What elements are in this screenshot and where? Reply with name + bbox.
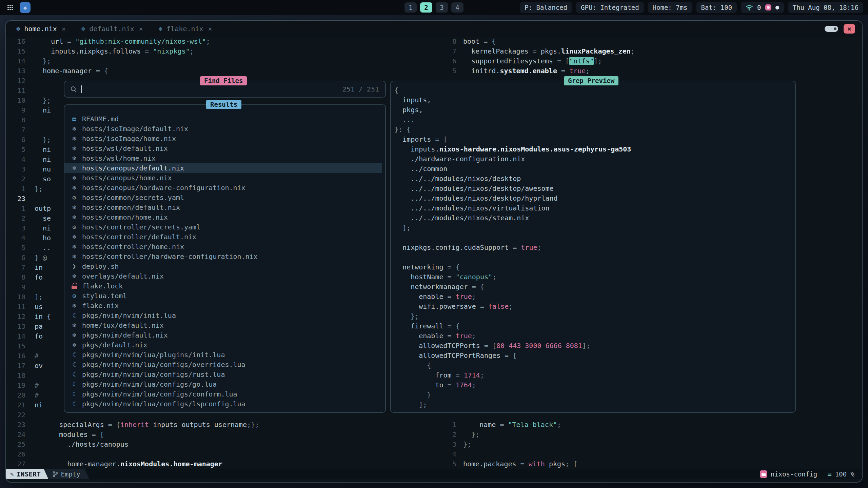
code-line[interactable]: 8boot = { (450, 37, 861, 46)
result-item[interactable]: ❯deploy.sh (64, 261, 382, 271)
code-line[interactable]: 13 home-manager = { (6, 66, 447, 76)
code-line[interactable]: 5home.packages = with pkgs; [ (450, 459, 861, 469)
result-item[interactable]: ❄hosts/wsl/home.nix (64, 153, 382, 163)
result-item[interactable]: ▤README.md (64, 114, 382, 124)
result-item[interactable]: ⚙stylua.toml (64, 291, 382, 301)
result-item[interactable]: ❄hosts/canopus/hardware-configuration.ni… (64, 183, 382, 192)
code-text: fo (35, 331, 43, 341)
code-line[interactable] (394, 252, 792, 262)
result-item[interactable]: ❄pkgs/nvim/default.nix (64, 330, 382, 340)
code-line[interactable]: 4 (450, 449, 861, 459)
result-item[interactable]: ❄hosts/controller/home.nix (64, 242, 382, 251)
launcher-button[interactable]: ❖ (20, 2, 31, 13)
code-line[interactable]: inputs.nixos-hardware.nixosModules.asus-… (394, 144, 792, 154)
result-item[interactable]: flake.lock (64, 281, 382, 291)
code-line[interactable]: 14 }; (6, 56, 447, 66)
code-line[interactable]: 15 inputs.nixpkgs.follows = "nixpkgs"; (6, 46, 447, 56)
result-item[interactable]: ❄hosts/isoImage/default.nix (64, 124, 382, 134)
result-item[interactable]: ❄hosts/common/default.nix (64, 202, 382, 212)
code-line[interactable]: 24 modules = [ (6, 430, 447, 440)
result-item[interactable]: ☾pkgs/nvim/nvim/init.lua (64, 310, 382, 320)
find-files-title: Find Files (200, 76, 247, 85)
code-line[interactable]: wifi.powersave = false; (394, 302, 792, 311)
code-line[interactable]: nixpkgs.config.cudaSupport = true; (394, 243, 792, 252)
apps-grid-button[interactable] (5, 2, 16, 13)
code-line[interactable]: { (394, 85, 792, 95)
code-line[interactable]: ../../modules/nixos/desktop (394, 174, 792, 184)
result-path: hosts/controller/default.nix (82, 233, 196, 241)
code-line[interactable]: pkgs, (394, 105, 792, 115)
code-line[interactable]: 27 home-manager.nixosModules.home-manage… (6, 459, 447, 469)
line-number: 12 (6, 312, 35, 322)
wifi-icon[interactable] (746, 5, 753, 11)
result-item[interactable]: ❄hosts/canopus/default.nix (64, 163, 382, 173)
code-line[interactable]: hostName = "canopus"; (394, 272, 792, 282)
code-line[interactable]: 16 url = "github:nix-community/nixos-wsl… (6, 37, 447, 46)
code-line[interactable]: 5 initrd.systemd.enable = true; (450, 66, 861, 76)
code-line[interactable]: ]; (394, 223, 792, 233)
result-item[interactable]: ❄home/tux/default.nix (64, 320, 382, 330)
result-item[interactable]: ☾pkgs/nvim/nvim/lua/configs/overrides.lu… (64, 360, 382, 369)
result-item[interactable]: ☾pkgs/nvim/nvim/lua/configs/rust.lua (64, 369, 382, 379)
result-item[interactable]: ❄hosts/controller/default.nix (64, 232, 382, 242)
code-line[interactable]: allowedTCPPortRanges = [ (394, 351, 792, 361)
status-dot-icon[interactable] (775, 6, 779, 9)
code-line[interactable]: 7 kernelPackages = pkgs.linuxPackages_ze… (450, 46, 861, 56)
code-line[interactable]: 23 specialArgs = {inherit inputs outputs… (6, 420, 447, 430)
workspace-button-2[interactable]: 2 (420, 2, 432, 13)
result-item[interactable]: ❄hosts/isoImage/home.nix (64, 134, 382, 143)
code-line[interactable]: inputs, (394, 95, 792, 105)
code-line[interactable]: firewall = { (394, 321, 792, 331)
recorder-icon[interactable] (765, 4, 771, 11)
code-line[interactable]: }: { (394, 125, 792, 135)
code-line[interactable]: { (394, 361, 792, 370)
code-line[interactable]: ../../modules/nixos/desktop/awesome (394, 184, 792, 194)
code-text (460, 449, 463, 459)
code-line[interactable]: enable = true; (394, 331, 792, 341)
result-item[interactable]: ❄hosts/wsl/default.nix (64, 143, 382, 153)
code-line[interactable]: networking = { (394, 262, 792, 272)
result-item[interactable]: ❄flake.nix (64, 301, 382, 310)
code-line[interactable]: 25 ./hosts/canopus (6, 440, 447, 449)
code-line[interactable]: 26 (6, 449, 447, 459)
result-item[interactable]: ⚙hosts/common/secrets.yaml (64, 192, 382, 202)
result-item[interactable]: ☾pkgs/nvim/nvim/lua/configs/go.lua (64, 379, 382, 389)
result-item[interactable]: ☾pkgs/nvim/nvim/lua/configs/conform.lua (64, 389, 382, 399)
code-line[interactable]: 6 supportedFilesystems = ["ntfs"]; (450, 56, 861, 66)
result-item[interactable]: ❄overlays/default.nix (64, 271, 382, 281)
code-line[interactable]: ../common (394, 164, 792, 174)
code-line[interactable] (394, 233, 792, 243)
code-text: inputs, (394, 95, 431, 105)
code-line[interactable]: 1 name = "Tela-black"; (450, 420, 861, 430)
code-line[interactable]: from = 1714; (394, 370, 792, 380)
line-number: 20 (6, 390, 35, 400)
result-item[interactable]: ❄hosts/canopus/home.nix (64, 173, 382, 183)
preview-content: { inputs, pkgs, ...}: { imports = [ inpu… (394, 85, 792, 409)
code-line[interactable]: ]; (394, 400, 792, 409)
code-line[interactable]: networkmanager = { (394, 282, 792, 292)
result-item[interactable]: ☾pkgs/nvim/nvim/lua/configs/lspconfig.lu… (64, 399, 382, 409)
code-line[interactable]: } (394, 390, 792, 400)
result-item[interactable]: ⚙hosts/controller/secrets.yaml (64, 222, 382, 232)
code-line[interactable]: imports = [ (394, 135, 792, 144)
code-line[interactable]: ../../modules/nixos/virtualisation (394, 203, 792, 213)
workspace-button-4[interactable]: 4 (451, 2, 463, 13)
result-item[interactable]: ❄hosts/common/home.nix (64, 212, 382, 222)
result-item[interactable]: ❄pkgs/default.nix (64, 340, 382, 350)
notification-count[interactable]: 0 (757, 4, 761, 11)
code-line[interactable]: ../../modules/nixos/desktop/hyprland (394, 194, 792, 203)
code-line[interactable]: }; (394, 311, 792, 321)
code-line[interactable]: ./hardware-configuration.nix (394, 154, 792, 164)
result-item[interactable]: ❄hosts/controller/hardware-configuration… (64, 251, 382, 261)
code-line[interactable]: ... (394, 115, 792, 125)
workspace-button-3[interactable]: 3 (436, 2, 448, 13)
workspace-button-1[interactable]: 1 (405, 2, 417, 13)
code-line[interactable]: 2 }; (450, 430, 861, 440)
result-item[interactable]: ☾pkgs/nvim/nvim/lua/plugins/init.lua (64, 350, 382, 360)
code-line[interactable]: enable = true; (394, 292, 792, 302)
code-line[interactable]: ../../modules/nixos/steam.nix (394, 213, 792, 223)
code-text: kernelPackages = pkgs.linuxPackages_zen; (460, 46, 635, 56)
code-line[interactable]: to = 1764; (394, 380, 792, 390)
code-line[interactable]: allowedTCPPorts = [80 443 3000 6666 8081… (394, 341, 792, 351)
code-line[interactable]: 3}; (450, 440, 861, 449)
